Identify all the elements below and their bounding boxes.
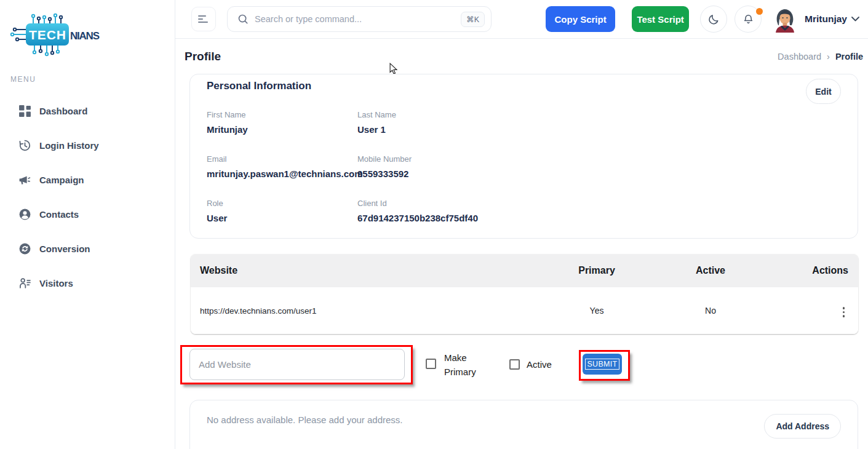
page-header: Profile Dashboard › Profile [175, 39, 868, 74]
topbar-actions: Copy Script Test Script [546, 6, 859, 33]
field-value: User 1 [357, 124, 554, 135]
app-root: TECH NIANS MENU Dashboard Login History [0, 0, 868, 449]
header-primary: Primary [535, 265, 658, 276]
sidebar-item-label: Dashboard [39, 106, 87, 116]
make-primary-label[interactable]: Make Primary [444, 351, 485, 379]
make-primary-checkbox[interactable] [426, 359, 436, 369]
table-row: https://dev.technians.com/user1 Yes No [191, 287, 858, 334]
field-label: Role [207, 199, 354, 208]
field-mobile-number: Mobile Number 9559333592 [357, 154, 505, 179]
search-icon [237, 14, 249, 25]
user-avatar[interactable] [771, 6, 798, 33]
sidebar-item-login-history[interactable]: Login History [0, 133, 175, 157]
address-empty-message: No address available. Please add your ad… [207, 415, 403, 425]
history-clock-icon [18, 139, 31, 152]
notification-dot [756, 8, 763, 15]
dark-mode-toggle[interactable] [700, 6, 727, 33]
cell-website-url: https://dev.technians.com/user1 [191, 306, 535, 316]
main-area: ⌘K Copy Script Test Script [175, 0, 868, 449]
avatar-illustration [771, 6, 798, 33]
breadcrumb-dashboard-link[interactable]: Dashboard [778, 52, 821, 62]
field-label: First Name [207, 110, 354, 119]
test-script-button[interactable]: Test Script [632, 6, 689, 32]
conversion-sync-icon [18, 242, 31, 255]
technians-logo-graphic: TECH NIANS [9, 11, 101, 59]
field-value: Mritunjay [207, 124, 354, 135]
website-table-header: Website Primary Active Actions [191, 254, 858, 287]
submit-button-label: SUBMIT [586, 359, 618, 369]
field-label: Mobile Number [357, 154, 505, 164]
row-actions-menu-button[interactable] [839, 304, 849, 320]
website-table: Website Primary Active Actions https://d… [191, 254, 858, 334]
sidebar-item-contacts[interactable]: Contacts [0, 202, 175, 226]
sidebar-item-conversion[interactable]: Conversion [0, 236, 175, 261]
breadcrumb-current: Profile [835, 52, 863, 62]
user-name-label: Mritunjay [805, 14, 847, 25]
field-label: Last Name [357, 110, 554, 119]
header-actions: Actions [763, 265, 858, 276]
bell-icon [743, 14, 754, 25]
field-label: Email [207, 154, 360, 164]
field-first-name: First Name Mritunjay [207, 110, 354, 135]
sidebar-item-visitors[interactable]: Visitors [0, 271, 175, 295]
add-address-button[interactable]: Add Address [764, 414, 841, 439]
sidebar-item-label: Contacts [39, 209, 79, 220]
logo-text-tech: TECH [29, 28, 66, 42]
megaphone-icon [18, 173, 31, 186]
active-label[interactable]: Active [527, 357, 552, 372]
edit-button[interactable]: Edit [806, 79, 841, 104]
sidebar-toggle-button[interactable] [191, 7, 216, 31]
sidebar-item-dashboard[interactable]: Dashboard [0, 98, 175, 123]
breadcrumb: Dashboard › Profile [778, 52, 863, 62]
sidebar-item-label: Login History [39, 140, 99, 151]
visitors-icon [18, 277, 31, 290]
dashboard-icon [18, 105, 31, 117]
submit-button[interactable]: SUBMIT [583, 354, 622, 375]
contact-person-icon [18, 208, 31, 221]
cell-active: No [658, 306, 763, 316]
field-value: 9559333592 [357, 169, 505, 179]
logo-text-nians: NIANS [70, 30, 100, 42]
copy-script-button[interactable]: Copy Script [546, 6, 615, 32]
breadcrumb-separator: › [827, 52, 830, 62]
sidebar-nav: Dashboard Login History Campaign [0, 98, 175, 305]
field-value: 67d914237150b238cf75df40 [357, 213, 542, 223]
topbar: ⌘K Copy Script Test Script [175, 0, 868, 39]
keyboard-shortcut-badge: ⌘K [461, 12, 485, 27]
sidebar-item-label: Visitors [39, 278, 73, 288]
page-title: Profile [185, 50, 221, 63]
field-role: Role User [207, 199, 354, 223]
search-input[interactable] [255, 14, 461, 24]
add-website-input[interactable] [189, 349, 405, 380]
field-last-name: Last Name User 1 [357, 110, 554, 135]
field-value: mritunjay.paswan1@technians.com [207, 169, 360, 179]
global-search: ⌘K [227, 6, 492, 32]
field-email: Email mritunjay.paswan1@technians.com [207, 154, 360, 179]
sidebar: TECH NIANS MENU Dashboard Login History [0, 0, 175, 449]
menu-section-label: MENU [10, 75, 36, 84]
notifications-button[interactable] [735, 6, 762, 33]
field-label: Client Id [357, 199, 542, 208]
header-active: Active [658, 265, 763, 276]
personal-info-card: Personal Information Edit First Name Mri… [189, 74, 858, 239]
moon-icon [708, 14, 720, 25]
chevron-down-icon [851, 17, 859, 22]
active-checkbox[interactable] [509, 359, 520, 370]
sidebar-item-label: Campaign [39, 175, 84, 185]
cell-primary: Yes [535, 306, 658, 316]
user-menu[interactable]: Mritunjay [805, 14, 859, 25]
personal-info-title: Personal Information [207, 80, 311, 92]
address-card: No address available. Please add your ad… [189, 400, 858, 449]
header-website: Website [191, 265, 535, 276]
technians-logo[interactable]: TECH NIANS [9, 11, 101, 62]
field-client-id: Client Id 67d914237150b238cf75df40 [357, 199, 542, 223]
field-value: User [207, 213, 354, 223]
sidebar-item-campaign[interactable]: Campaign [0, 167, 175, 192]
sidebar-item-label: Conversion [39, 244, 90, 254]
hamburger-icon [197, 14, 210, 24]
